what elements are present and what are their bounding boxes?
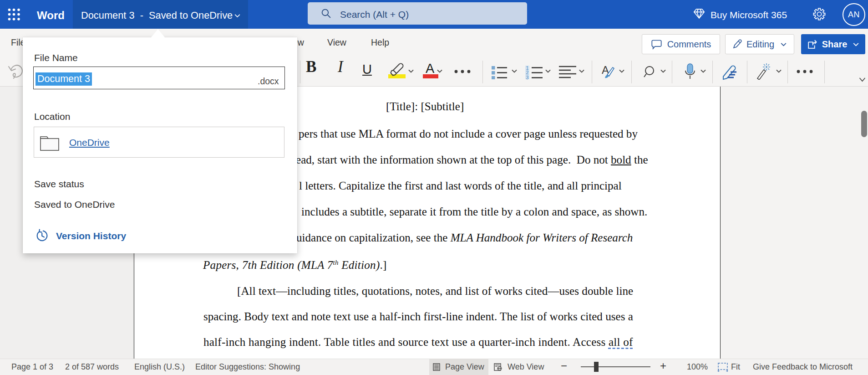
- svg-text:3: 3: [526, 75, 529, 80]
